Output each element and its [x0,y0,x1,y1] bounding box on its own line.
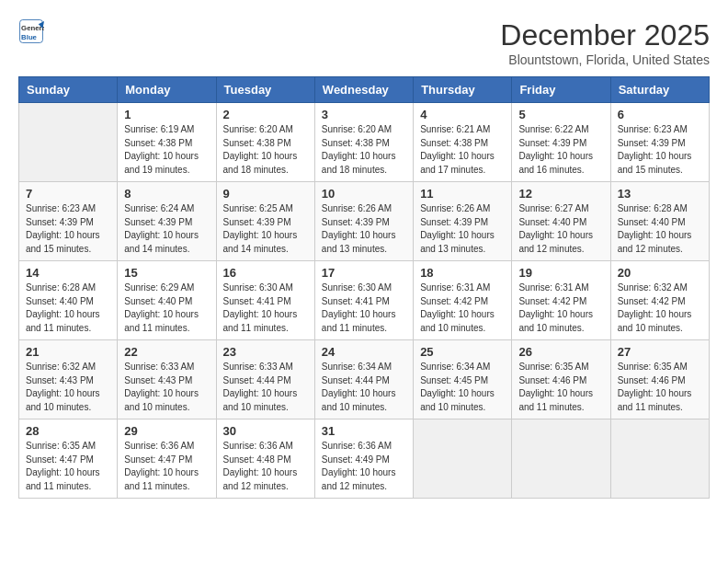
calendar-cell: 7Sunrise: 6:23 AMSunset: 4:39 PMDaylight… [19,182,118,261]
day-number: 30 [223,424,308,438]
day-number: 16 [223,266,308,280]
calendar-cell [414,419,512,499]
day-info: Sunrise: 6:30 AMSunset: 4:41 PMDaylight:… [322,282,406,335]
day-info: Sunrise: 6:34 AMSunset: 4:44 PMDaylight:… [322,361,406,414]
calendar-week-1: 1Sunrise: 6:19 AMSunset: 4:38 PMDaylight… [19,103,710,182]
day-info: Sunrise: 6:31 AMSunset: 4:42 PMDaylight:… [518,282,603,335]
calendar-cell: 6Sunrise: 6:23 AMSunset: 4:39 PMDaylight… [610,103,709,182]
day-number: 29 [124,424,209,438]
day-number: 19 [518,266,603,280]
calendar-cell [512,419,610,499]
calendar-cell: 30Sunrise: 6:36 AMSunset: 4:48 PMDayligh… [216,419,314,499]
calendar-cell: 11Sunrise: 6:26 AMSunset: 4:39 PMDayligh… [414,182,512,261]
day-number: 12 [518,187,603,201]
day-number: 23 [223,345,308,359]
day-header-wednesday: Wednesday [314,77,413,103]
calendar-cell: 25Sunrise: 6:34 AMSunset: 4:45 PMDayligh… [414,340,512,419]
day-number: 28 [26,424,110,438]
calendar-week-3: 14Sunrise: 6:28 AMSunset: 4:40 PMDayligh… [19,261,710,340]
calendar-cell: 17Sunrise: 6:30 AMSunset: 4:41 PMDayligh… [314,261,413,340]
calendar-cell [19,103,118,182]
day-number: 31 [322,424,406,438]
calendar-cell: 5Sunrise: 6:22 AMSunset: 4:39 PMDaylight… [512,103,610,182]
day-info: Sunrise: 6:31 AMSunset: 4:42 PMDaylight:… [420,282,505,335]
logo: General Blue [18,18,44,44]
calendar-cell: 2Sunrise: 6:20 AMSunset: 4:38 PMDaylight… [216,103,314,182]
day-number: 21 [26,345,110,359]
title-area: December 2025 Blountstown, Florida, Unit… [500,18,710,67]
calendar-week-2: 7Sunrise: 6:23 AMSunset: 4:39 PMDaylight… [19,182,710,261]
calendar-cell: 4Sunrise: 6:21 AMSunset: 4:38 PMDaylight… [414,103,512,182]
calendar-cell: 20Sunrise: 6:32 AMSunset: 4:42 PMDayligh… [610,261,709,340]
day-info: Sunrise: 6:24 AMSunset: 4:39 PMDaylight:… [124,202,209,256]
day-number: 22 [124,345,209,359]
day-info: Sunrise: 6:35 AMSunset: 4:47 PMDaylight:… [26,440,110,493]
calendar-cell: 21Sunrise: 6:32 AMSunset: 4:43 PMDayligh… [19,340,118,419]
day-info: Sunrise: 6:36 AMSunset: 4:49 PMDaylight:… [322,440,406,493]
day-header-tuesday: Tuesday [216,77,314,103]
day-info: Sunrise: 6:23 AMSunset: 4:39 PMDaylight:… [26,202,110,256]
day-number: 20 [618,266,702,280]
location: Blountstown, Florida, United States [500,52,710,67]
day-number: 10 [322,187,406,201]
calendar-cell: 1Sunrise: 6:19 AMSunset: 4:38 PMDaylight… [118,103,216,182]
calendar-cell: 14Sunrise: 6:28 AMSunset: 4:40 PMDayligh… [19,261,118,340]
calendar-cell: 31Sunrise: 6:36 AMSunset: 4:49 PMDayligh… [314,419,413,499]
calendar-cell: 29Sunrise: 6:36 AMSunset: 4:47 PMDayligh… [118,419,216,499]
calendar-cell: 15Sunrise: 6:29 AMSunset: 4:40 PMDayligh… [118,261,216,340]
calendar-cell: 13Sunrise: 6:28 AMSunset: 4:40 PMDayligh… [610,182,709,261]
day-header-sunday: Sunday [19,77,118,103]
calendar-cell: 3Sunrise: 6:20 AMSunset: 4:38 PMDaylight… [314,103,413,182]
day-info: Sunrise: 6:27 AMSunset: 4:40 PMDaylight:… [518,202,603,256]
day-info: Sunrise: 6:32 AMSunset: 4:42 PMDaylight:… [618,282,702,335]
day-number: 5 [518,108,603,121]
day-number: 13 [618,187,702,201]
calendar-cell: 16Sunrise: 6:30 AMSunset: 4:41 PMDayligh… [216,261,314,340]
day-header-saturday: Saturday [610,77,709,103]
calendar-week-4: 21Sunrise: 6:32 AMSunset: 4:43 PMDayligh… [19,340,710,419]
day-info: Sunrise: 6:23 AMSunset: 4:39 PMDaylight:… [618,123,702,177]
calendar-cell: 8Sunrise: 6:24 AMSunset: 4:39 PMDaylight… [118,182,216,261]
day-number: 25 [420,345,505,359]
day-number: 15 [124,266,209,280]
day-info: Sunrise: 6:29 AMSunset: 4:40 PMDaylight:… [124,282,209,335]
day-info: Sunrise: 6:33 AMSunset: 4:44 PMDaylight:… [223,361,308,414]
day-info: Sunrise: 6:20 AMSunset: 4:38 PMDaylight:… [223,123,308,177]
day-number: 6 [618,108,702,121]
calendar-cell: 28Sunrise: 6:35 AMSunset: 4:47 PMDayligh… [19,419,118,499]
calendar-cell: 10Sunrise: 6:26 AMSunset: 4:39 PMDayligh… [314,182,413,261]
day-info: Sunrise: 6:20 AMSunset: 4:38 PMDaylight:… [322,123,406,177]
day-info: Sunrise: 6:25 AMSunset: 4:39 PMDaylight:… [223,202,308,256]
svg-text:Blue: Blue [21,33,38,41]
day-info: Sunrise: 6:34 AMSunset: 4:45 PMDaylight:… [420,361,505,414]
header: General Blue December 2025 Blountstown, … [18,18,710,67]
day-info: Sunrise: 6:19 AMSunset: 4:38 PMDaylight:… [124,123,209,177]
day-info: Sunrise: 6:32 AMSunset: 4:43 PMDaylight:… [26,361,110,414]
day-number: 4 [420,108,505,121]
calendar-cell: 18Sunrise: 6:31 AMSunset: 4:42 PMDayligh… [414,261,512,340]
day-info: Sunrise: 6:28 AMSunset: 4:40 PMDaylight:… [618,202,702,256]
day-number: 18 [420,266,505,280]
calendar: SundayMondayTuesdayWednesdayThursdayFrid… [18,76,710,499]
day-header-thursday: Thursday [414,77,512,103]
calendar-cell: 22Sunrise: 6:33 AMSunset: 4:43 PMDayligh… [118,340,216,419]
day-number: 3 [322,108,406,121]
calendar-cell: 27Sunrise: 6:35 AMSunset: 4:46 PMDayligh… [610,340,709,419]
month-title: December 2025 [500,18,710,52]
day-number: 14 [26,266,110,280]
day-info: Sunrise: 6:35 AMSunset: 4:46 PMDaylight:… [518,361,603,414]
day-number: 11 [420,187,505,201]
calendar-cell: 12Sunrise: 6:27 AMSunset: 4:40 PMDayligh… [512,182,610,261]
day-info: Sunrise: 6:26 AMSunset: 4:39 PMDaylight:… [420,202,505,256]
calendar-cell: 26Sunrise: 6:35 AMSunset: 4:46 PMDayligh… [512,340,610,419]
day-header-monday: Monday [118,77,216,103]
day-number: 1 [124,108,209,121]
day-info: Sunrise: 6:35 AMSunset: 4:46 PMDaylight:… [618,361,702,414]
calendar-cell [610,419,709,499]
day-info: Sunrise: 6:30 AMSunset: 4:41 PMDaylight:… [223,282,308,335]
calendar-cell: 23Sunrise: 6:33 AMSunset: 4:44 PMDayligh… [216,340,314,419]
calendar-cell: 24Sunrise: 6:34 AMSunset: 4:44 PMDayligh… [314,340,413,419]
day-number: 7 [26,187,110,201]
day-number: 24 [322,345,406,359]
logo-icon: General Blue [18,18,44,44]
